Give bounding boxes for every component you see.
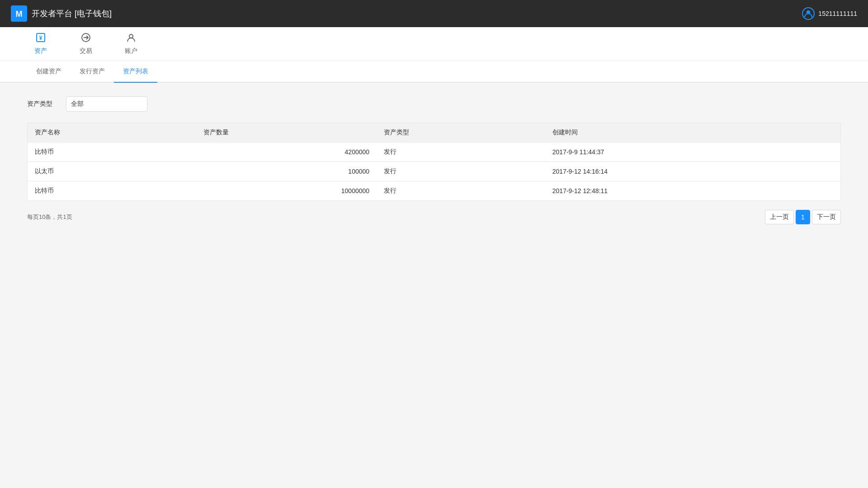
cell-type: 发行 [377,162,545,181]
nav-item-transaction[interactable]: 交易 [72,27,99,61]
nav-item-assets[interactable]: ¥ 资产 [27,27,54,61]
prev-page-button[interactable]: 上一页 [765,210,794,224]
cell-amount: 10000000 [196,181,377,201]
table-row: 以太币 100000 发行 2017-9-12 14:16:14 [28,162,840,181]
table-row: 比特币 4200000 发行 2017-9-9 11:44:37 [28,142,840,162]
col-name: 资产名称 [28,123,196,142]
col-type: 资产类型 [377,123,545,142]
sub-nav-issue[interactable]: 发行资产 [71,61,114,83]
asset-type-filter[interactable] [66,96,147,112]
cell-type: 发行 [377,142,545,162]
assets-icon: ¥ [36,33,46,45]
account-icon [126,33,136,45]
header-title: 开发者平台 [电子钱包] [32,8,112,19]
filter-label: 资产类型 [27,100,59,108]
header-phone: 15211111111 [818,10,857,17]
header-user: 15211111111 [802,7,857,20]
nav-transaction-label: 交易 [80,47,92,55]
asset-table: 资产名称 资产数量 资产类型 创建时间 比特币 4200000 发行 2017-… [27,123,841,201]
cell-created-at: 2017-9-12 14:16:14 [545,162,840,181]
svg-text:M: M [16,9,23,19]
svg-point-8 [129,34,133,38]
table-row: 比特币 10000000 发行 2017-9-12 12:48:11 [28,181,840,201]
sub-nav-list[interactable]: 资产列表 [114,61,157,83]
svg-text:¥: ¥ [39,35,42,41]
main-nav: ¥ 资产 交易 账户 [0,27,868,61]
pagination-buttons: 上一页 1 下一页 [765,210,841,224]
sub-nav-create[interactable]: 创建资产 [27,61,71,83]
table-header-row: 资产名称 资产数量 资产类型 创建时间 [28,123,840,142]
cell-amount: 4200000 [196,142,377,162]
cell-amount: 100000 [196,162,377,181]
content: 资产类型 资产名称 资产数量 资产类型 创建时间 比特币 4200000 发行 … [0,83,868,485]
cell-name: 比特币 [28,181,196,201]
header: M 开发者平台 [电子钱包] 15211111111 [0,0,868,27]
cell-created-at: 2017-9-9 11:44:37 [545,142,840,162]
pagination: 每页10条，共1页 上一页 1 下一页 [27,210,841,224]
cell-created-at: 2017-9-12 12:48:11 [545,181,840,201]
nav-item-account[interactable]: 账户 [118,27,145,61]
pagination-info: 每页10条，共1页 [27,213,72,221]
nav-account-label: 账户 [125,47,137,55]
logo: M 开发者平台 [电子钱包] [11,5,112,22]
col-amount: 资产数量 [196,123,377,142]
filter-row: 资产类型 [27,96,841,112]
next-page-button[interactable]: 下一页 [812,210,841,224]
cell-name: 比特币 [28,142,196,162]
logo-icon: M [11,5,27,22]
sub-nav: 创建资产 发行资产 资产列表 [0,61,868,83]
user-avatar-icon [802,7,815,20]
nav-assets-label: 资产 [34,47,47,55]
page-1-button[interactable]: 1 [796,210,810,224]
col-created-at: 创建时间 [545,123,840,142]
transaction-icon [81,33,91,45]
cell-type: 发行 [377,181,545,201]
cell-name: 以太币 [28,162,196,181]
